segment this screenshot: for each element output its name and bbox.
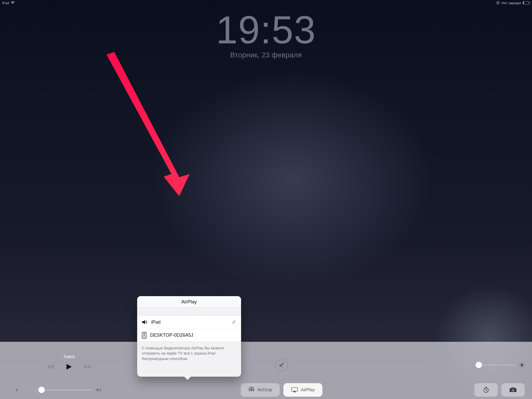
annotation-arrow-icon — [86, 52, 195, 197]
device-label: iPad — [2, 1, 9, 5]
lock-clock: 19:53 Вторник, 23 февраля — [0, 10, 332, 59]
clock-date: Вторник, 23 февраля — [0, 51, 332, 59]
clock-time: 19:53 — [0, 10, 332, 49]
status-bar: iPad Нет зарядки — [0, 0, 332, 6]
lock-screen: iPad Нет зарядки 19:53 Вторник, 23 февра… — [0, 0, 332, 249]
wifi-icon — [11, 1, 15, 4]
